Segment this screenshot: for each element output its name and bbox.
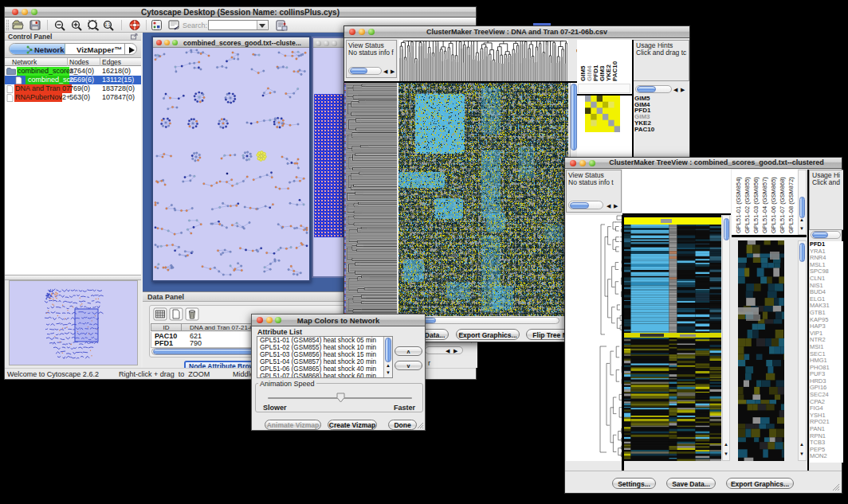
svg-text:GPL51-01 (GSM854): GPL51-01 (GSM854) — [735, 177, 742, 233]
svg-text:1:1: 1:1 — [105, 22, 111, 27]
svg-text:GPL51-03 (GSM856): GPL51-03 (GSM856) — [752, 177, 760, 233]
svg-text:GPL51-08 (GSM872): GPL51-08 (GSM872) — [787, 177, 795, 233]
svg-text:GPL51-06 (GSM865): GPL51-06 (GSM865) — [770, 177, 777, 233]
svg-text:GPL51-02 (GSM855): GPL51-02 (GSM855) — [744, 177, 751, 233]
svg-text:GPL51-04 (GSM857): GPL51-04 (GSM857) — [761, 177, 768, 233]
svg-text:GPL51-07 (GSM868): GPL51-07 (GSM868) — [779, 177, 786, 233]
svg-text:PAC10: PAC10 — [611, 61, 618, 81]
